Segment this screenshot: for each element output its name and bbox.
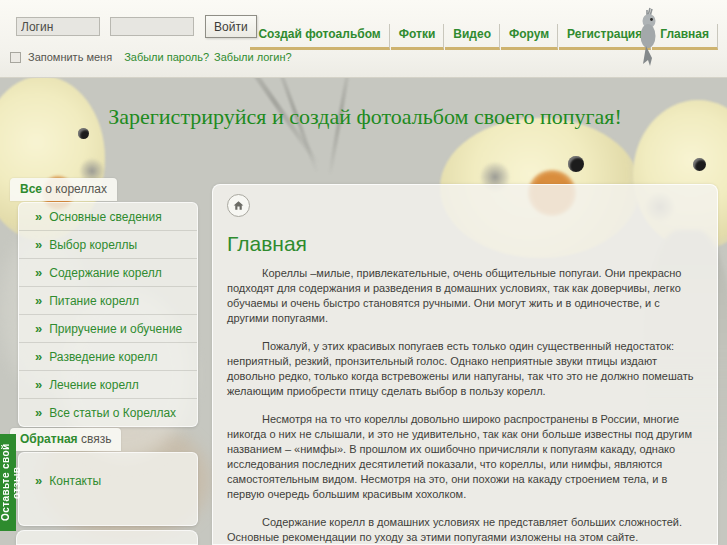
home-button[interactable] xyxy=(227,194,250,217)
double-arrow-icon: » xyxy=(35,209,42,224)
page: Войти Запомнить меня Забыли пароль? Забы… xyxy=(0,0,727,545)
double-arrow-icon: » xyxy=(35,265,42,280)
remember-row: Запомнить меня Забыли пароль? Забыли лог… xyxy=(10,51,297,63)
nav-item-photos[interactable]: Фотки xyxy=(391,24,445,50)
page-title: Главная xyxy=(227,232,703,256)
house-icon xyxy=(232,199,245,212)
sidebar-item-choosing[interactable]: » Выбор кореллы xyxy=(19,231,197,259)
sidebar-header-feedback: Обратная связь xyxy=(10,428,121,451)
sidebar-header-accent: Все xyxy=(20,182,42,196)
sidebar-header-about: Все о кореллах xyxy=(10,178,117,201)
password-input[interactable] xyxy=(110,17,194,36)
sidebar-item-label: Приручение и обучение xyxy=(49,322,182,336)
sidebar-item-label: Выбор кореллы xyxy=(49,238,137,252)
sidebar-menu-feedback: » Контакты xyxy=(18,452,198,526)
nav-item-forum[interactable]: Форум xyxy=(501,24,558,50)
sidebar-item-keeping[interactable]: » Содержание корелл xyxy=(19,259,197,287)
double-arrow-icon: » xyxy=(35,293,42,308)
sidebar-item-contacts[interactable]: » Контакты xyxy=(19,453,197,494)
content-paragraph: Пожалуй, у этих красивых попугаев есть т… xyxy=(227,339,703,399)
content-paragraph: Кореллы –милые, привлекательные, очень о… xyxy=(227,266,703,326)
sidebar-item-label: Лечение корелл xyxy=(49,378,138,392)
sidebar-item-label: Основные сведения xyxy=(49,210,161,224)
main-content-panel: Главная Кореллы –милые, привлекательные,… xyxy=(212,184,718,545)
sidebar-header-rest: о кореллах xyxy=(42,182,107,196)
sidebar-header-accent: Обратная xyxy=(20,432,78,446)
sidebar-menu-about: » Основные сведения » Выбор кореллы » Со… xyxy=(18,202,198,427)
sidebar-item-all-articles[interactable]: » Все статьи о Кореллах xyxy=(19,399,197,426)
double-arrow-icon: » xyxy=(35,473,42,488)
nav-item-create-album[interactable]: Создай фотоальбом xyxy=(250,24,389,50)
sidebar-item-treatment[interactable]: » Лечение корелл xyxy=(19,371,197,399)
main-nav: Создай фотоальбомФоткиВидеоФорумРегистра… xyxy=(250,24,719,50)
login-submit-button[interactable]: Войти xyxy=(205,15,257,38)
forgot-login-link[interactable]: Забыли логин? xyxy=(214,51,292,63)
sidebar-item-label: Контакты xyxy=(49,474,101,488)
login-input[interactable] xyxy=(16,17,100,36)
banner-title: Зарегистрируйся и создай фотоальбом свое… xyxy=(40,104,690,130)
double-arrow-icon: » xyxy=(35,321,42,336)
double-arrow-icon: » xyxy=(35,405,42,420)
sidebar-item-label: Питание корелл xyxy=(49,294,139,308)
sidebar-item-basics[interactable]: » Основные сведения xyxy=(19,203,197,231)
sidebar-item-breeding[interactable]: » Разведение корелл xyxy=(19,343,197,371)
sidebar-item-label: Содержание корелл xyxy=(49,266,161,280)
remember-label: Запомнить меня xyxy=(28,51,112,63)
nav-item-video[interactable]: Видео xyxy=(445,24,500,50)
sidebar-item-label: Все статьи о Кореллах xyxy=(49,406,176,420)
content-paragraph: Несмотря на то что кореллы довольно широ… xyxy=(227,412,703,502)
remember-checkbox[interactable] xyxy=(10,52,21,63)
sidebar-item-label: Разведение корелл xyxy=(49,350,157,364)
sidebar-header-rest: связь xyxy=(78,432,112,446)
sidebar-item-taming[interactable]: » Приручение и обучение xyxy=(19,315,197,343)
leave-feedback-tab[interactable]: Оставьте свой отзыв xyxy=(0,434,16,531)
double-arrow-icon: » xyxy=(35,377,42,392)
forgot-password-link[interactable]: Забыли пароль? xyxy=(124,51,209,63)
double-arrow-icon: » xyxy=(35,349,42,364)
sidebar-box-cutoff xyxy=(16,530,198,545)
topbar: Войти Запомнить меня Забыли пароль? Забы… xyxy=(0,0,727,78)
content-paragraph: Содержание корелл в домашних условиях не… xyxy=(227,515,703,545)
sidebar-item-feeding[interactable]: » Питание корелл xyxy=(19,287,197,315)
cockatiel-icon xyxy=(633,6,667,68)
double-arrow-icon: » xyxy=(35,237,42,252)
